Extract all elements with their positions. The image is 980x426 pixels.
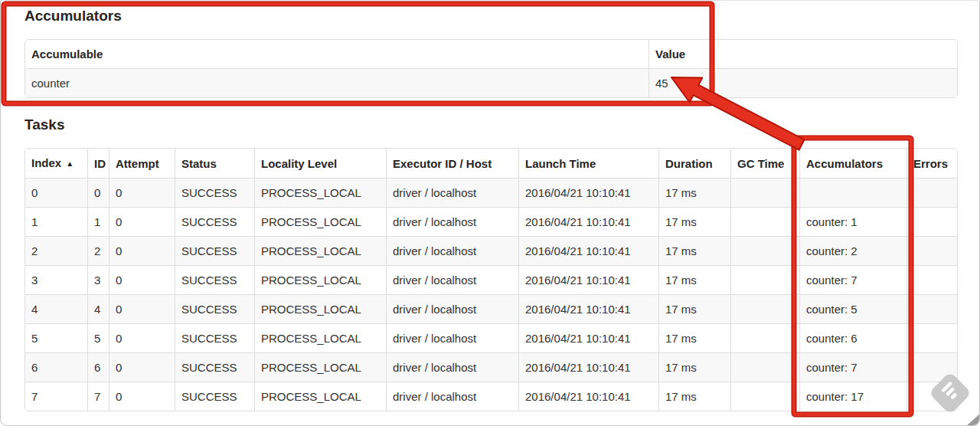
table-cell: 0 (109, 323, 175, 352)
table-cell: counter (25, 69, 648, 97)
table-cell: driver / localhost (386, 323, 518, 352)
table-cell: 0 (109, 207, 175, 236)
table-cell: driver / localhost (386, 236, 518, 265)
table-cell: 7 (87, 382, 109, 411)
table-cell: counter: 7 (799, 265, 906, 294)
column-header-locality-level[interactable]: Locality Level (254, 149, 386, 179)
table-row: 660SUCCESSPROCESS_LOCALdriver / localhos… (25, 352, 957, 382)
table-cell (730, 323, 799, 352)
table-cell: 1 (25, 207, 87, 236)
table-cell (906, 382, 957, 411)
sort-ascending-icon: ▲ (66, 159, 74, 168)
column-header-duration[interactable]: Duration (658, 149, 730, 179)
table-cell: 2 (25, 236, 87, 265)
table-cell: PROCESS_LOCAL (254, 352, 386, 382)
column-header-gc-time[interactable]: GC Time (730, 149, 799, 179)
table-cell: SUCCESS (175, 236, 254, 265)
table-cell: SUCCESS (175, 207, 254, 236)
table-cell: driver / localhost (386, 265, 518, 294)
accumulators-table: Accumulable Value counter45 (24, 39, 958, 98)
table-cell (799, 179, 906, 207)
column-header-status[interactable]: Status (175, 149, 254, 179)
column-header-errors[interactable]: Errors (906, 149, 957, 179)
table-cell (906, 323, 957, 352)
table-cell: SUCCESS (175, 352, 254, 382)
column-header-index[interactable]: Index▲ (25, 149, 87, 179)
table-cell: SUCCESS (175, 179, 254, 207)
table-cell: 17 ms (658, 323, 730, 352)
table-cell: 2 (87, 236, 109, 265)
corner-cursor-artifact (965, 413, 980, 426)
table-cell (730, 352, 799, 382)
table-cell: PROCESS_LOCAL (254, 179, 386, 207)
table-cell: 0 (109, 352, 175, 382)
table-cell: 17 ms (658, 179, 730, 207)
table-cell: 2016/04/21 10:10:41 (518, 382, 658, 411)
table-cell: counter: 6 (799, 323, 906, 352)
table-cell: PROCESS_LOCAL (254, 382, 386, 411)
table-cell: counter: 1 (799, 207, 906, 236)
table-cell: 2016/04/21 10:10:41 (518, 265, 658, 294)
accumulators-heading: Accumulators (24, 8, 122, 25)
table-cell (730, 382, 799, 411)
table-cell: counter: 5 (799, 294, 906, 323)
table-cell: 0 (109, 236, 175, 265)
table-cell (906, 265, 957, 294)
table-cell: 2016/04/21 10:10:41 (518, 323, 658, 352)
table-cell: 17 ms (658, 294, 730, 323)
table-cell: PROCESS_LOCAL (254, 294, 386, 323)
table-cell: 2016/04/21 10:10:41 (518, 207, 658, 236)
table-row: counter45 (25, 69, 957, 97)
column-header-executor-id-host[interactable]: Executor ID / Host (386, 149, 518, 179)
table-cell (906, 179, 957, 207)
table-cell: 17 ms (658, 236, 730, 265)
table-cell (906, 352, 957, 382)
table-cell: driver / localhost (386, 207, 518, 236)
table-cell (730, 265, 799, 294)
table-cell: 6 (25, 352, 87, 382)
table-cell: 17 ms (658, 207, 730, 236)
table-cell: 3 (87, 265, 109, 294)
table-cell: SUCCESS (175, 382, 254, 411)
table-cell: driver / localhost (386, 382, 518, 411)
column-header-id[interactable]: ID (87, 149, 109, 179)
table-cell: counter: 17 (799, 382, 906, 411)
table-cell: 3 (25, 265, 87, 294)
table-cell: 17 ms (658, 265, 730, 294)
table-row: 440SUCCESSPROCESS_LOCALdriver / localhos… (25, 294, 957, 323)
table-cell: SUCCESS (175, 323, 254, 352)
table-header-row: Index▲ ID Attempt Status Locality Level … (25, 149, 957, 179)
table-cell: 0 (25, 179, 87, 207)
table-cell: 0 (87, 179, 109, 207)
table-row: 000SUCCESSPROCESS_LOCALdriver / localhos… (25, 179, 957, 207)
table-cell: 2016/04/21 10:10:41 (518, 352, 658, 382)
table-row: 550SUCCESSPROCESS_LOCALdriver / localhos… (25, 323, 957, 352)
column-header-accumulators[interactable]: Accumulators (799, 149, 906, 179)
table-cell: 17 ms (658, 352, 730, 382)
table-row: 770SUCCESSPROCESS_LOCALdriver / localhos… (25, 382, 957, 411)
table-cell: driver / localhost (386, 352, 518, 382)
table-cell: 2016/04/21 10:10:41 (518, 294, 658, 323)
table-cell: driver / localhost (386, 294, 518, 323)
table-cell: 0 (109, 382, 175, 411)
table-cell: PROCESS_LOCAL (254, 323, 386, 352)
table-cell: PROCESS_LOCAL (254, 265, 386, 294)
table-cell (906, 207, 957, 236)
table-cell: 2016/04/21 10:10:41 (518, 236, 658, 265)
table-cell: 45 (648, 69, 957, 97)
table-cell: 6 (87, 352, 109, 382)
table-cell: SUCCESS (175, 294, 254, 323)
table-cell (730, 236, 799, 265)
column-header-attempt[interactable]: Attempt (109, 149, 175, 179)
table-cell: PROCESS_LOCAL (254, 236, 386, 265)
table-cell: 5 (87, 323, 109, 352)
table-cell: counter: 7 (799, 352, 906, 382)
table-cell (906, 236, 957, 265)
table-cell (730, 179, 799, 207)
column-header-accumulable: Accumulable (25, 40, 648, 69)
table-cell: 2016/04/21 10:10:41 (518, 179, 658, 207)
column-header-launch-time[interactable]: Launch Time (518, 149, 658, 179)
table-cell (906, 294, 957, 323)
tasks-table: Index▲ ID Attempt Status Locality Level … (24, 148, 958, 411)
tasks-heading: Tasks (24, 116, 64, 133)
